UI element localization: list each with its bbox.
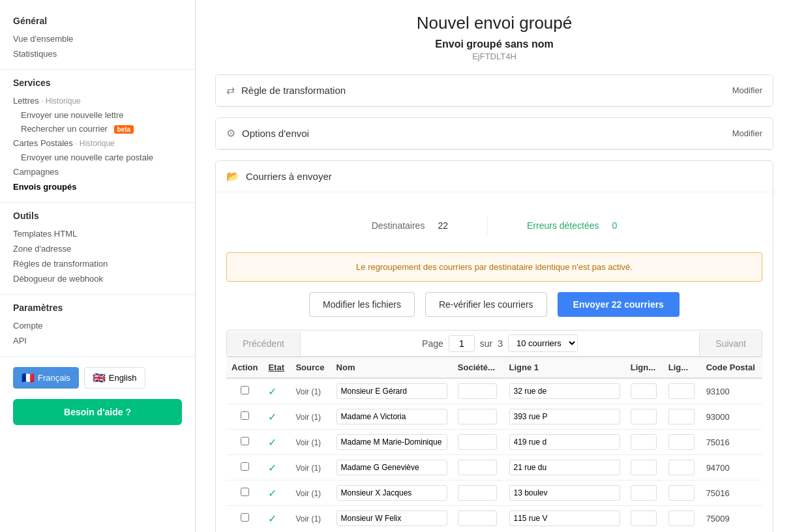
ligne3-input[interactable]: [668, 383, 695, 399]
voir-link[interactable]: Voir (1): [295, 464, 321, 473]
ligne3-input[interactable]: [668, 510, 695, 526]
row-checkbox[interactable]: [241, 462, 249, 471]
ligne2-input[interactable]: [631, 485, 657, 501]
voir-link[interactable]: Voir (1): [295, 514, 321, 524]
nom-input[interactable]: [337, 434, 447, 450]
sidebar-item-debogueur-webhook[interactable]: Débogueur de webhook: [13, 271, 182, 286]
check-icon: ✓: [268, 513, 277, 524]
row-societe: [453, 455, 504, 480]
row-source: Voir (1): [290, 430, 331, 455]
row-ligne3: [663, 430, 701, 455]
ligne2-input[interactable]: [631, 460, 657, 475]
row-nom: [331, 378, 453, 404]
ligne3-input[interactable]: [668, 409, 695, 424]
code-postal-value: 75009: [706, 514, 730, 524]
ligne1-input[interactable]: [509, 409, 620, 424]
ligne2-input[interactable]: [631, 510, 657, 526]
societe-input[interactable]: [458, 383, 497, 399]
sidebar-item-zone-adresse[interactable]: Zone d'adresse: [13, 241, 182, 256]
page-of-label: sur: [480, 338, 492, 349]
envoyer-courriers-button[interactable]: Envoyer 22 courriers: [558, 292, 680, 317]
row-checkbox[interactable]: [241, 513, 249, 522]
next-button[interactable]: Suivant: [699, 332, 762, 355]
lang-btn-francais[interactable]: 🇫🇷 Français: [13, 367, 79, 389]
nom-input[interactable]: [337, 383, 447, 399]
sidebar-subitem-envoyer-lettre[interactable]: Envoyer une nouvelle lettre: [13, 108, 182, 122]
modifier-fichiers-button[interactable]: Modifier les fichiers: [309, 292, 415, 317]
row-source: Voir (1): [290, 378, 331, 404]
sidebar-item-campagnes[interactable]: Campagnes: [13, 164, 182, 179]
sidebar-item-vue-ensemble[interactable]: Vue d'ensemble: [13, 31, 182, 46]
reverifier-courriers-button[interactable]: Re-vérifier les courriers: [425, 292, 547, 317]
ligne1-input[interactable]: [509, 434, 620, 450]
ligne2-input[interactable]: [631, 434, 657, 450]
sidebar-section-outils: Outils Templates HTML Zone d'adresse Règ…: [0, 205, 195, 295]
sidebar-subitem-envoyer-carte[interactable]: Envoyer une nouvelle carte postale: [13, 151, 182, 164]
code-postal-value: 93100: [706, 387, 730, 396]
ligne1-input[interactable]: [509, 383, 620, 399]
ligne3-input[interactable]: [668, 434, 695, 450]
voir-link[interactable]: Voir (1): [295, 387, 321, 396]
societe-input[interactable]: [458, 510, 497, 526]
row-checkbox-cell: [226, 506, 263, 531]
page-number-input[interactable]: [449, 335, 475, 352]
lang-btn-english[interactable]: 🇬🇧 English: [84, 367, 145, 389]
sidebar-section-title-general: Général: [13, 16, 182, 26]
sidebar-item-statistiques[interactable]: Statistiques: [13, 46, 182, 61]
row-ligne1: [504, 506, 625, 531]
row-ligne3: [663, 404, 701, 430]
sidebar-item-api[interactable]: API: [13, 333, 182, 348]
cartes-suffix: · Historique: [73, 139, 115, 148]
ligne3-input[interactable]: [668, 460, 695, 475]
voir-link[interactable]: Voir (1): [295, 489, 321, 498]
regle-transformation-modify[interactable]: Modifier: [732, 85, 762, 95]
mail-icon: 📂: [226, 170, 239, 183]
societe-input[interactable]: [458, 485, 497, 501]
ligne3-input[interactable]: [668, 485, 695, 501]
stat-destinataires: Destinataires 22: [372, 216, 448, 235]
ligne1-input[interactable]: [509, 460, 620, 475]
options-envoi-modify[interactable]: Modifier: [732, 128, 762, 138]
row-source: Voir (1): [290, 480, 331, 506]
ligne1-input[interactable]: [509, 485, 620, 501]
societe-input[interactable]: [458, 460, 497, 475]
societe-input[interactable]: [458, 409, 497, 424]
per-page-select[interactable]: 10 courriers 25 courriers 50 courriers: [508, 334, 578, 352]
nom-input[interactable]: [337, 460, 447, 475]
societe-input[interactable]: [458, 434, 497, 450]
check-icon: ✓: [268, 462, 277, 473]
nom-input[interactable]: [337, 485, 447, 501]
sidebar-item-compte[interactable]: Compte: [13, 318, 182, 333]
actions-row: Modifier les fichiers Re-vérifier les co…: [226, 292, 762, 317]
row-checkbox[interactable]: [241, 488, 249, 496]
row-societe: [453, 480, 504, 506]
regle-transformation-card: ⇄ Règle de transformation Modifier: [215, 74, 773, 107]
row-checkbox[interactable]: [241, 411, 249, 420]
row-checkbox[interactable]: [241, 437, 249, 445]
prev-button[interactable]: Précédent: [227, 332, 301, 355]
voir-link[interactable]: Voir (1): [295, 438, 321, 447]
table-row: ✓ Voir (1) 93100: [226, 378, 762, 404]
row-ligne1: [504, 378, 625, 404]
nom-input[interactable]: [337, 510, 447, 526]
sidebar-item-envois-groupes[interactable]: Envois groupés: [13, 179, 182, 194]
row-societe: [453, 506, 504, 531]
help-button[interactable]: Besoin d'aide ?: [13, 399, 182, 425]
settings-icon: ⚙: [226, 127, 235, 140]
row-ligne1: [504, 404, 625, 430]
row-checkbox[interactable]: [241, 386, 249, 394]
pagination-row: Précédent Page sur 3 10 courriers 25 cou…: [226, 330, 762, 357]
nom-input[interactable]: [337, 409, 447, 424]
transform-icon: ⇄: [226, 84, 235, 96]
ligne2-input[interactable]: [631, 409, 657, 424]
sidebar-subitem-rechercher-courrier[interactable]: Rechercher un courrier beta: [13, 122, 182, 136]
sidebar-item-cartes-postales[interactable]: Cartes Postales · Historique: [13, 136, 182, 151]
ligne1-input[interactable]: [509, 510, 620, 526]
main-content: Nouvel envoi groupé Envoi groupé sans no…: [196, 0, 793, 532]
sidebar-item-lettres[interactable]: Lettres · Historique: [13, 93, 182, 108]
sidebar-item-templates-html[interactable]: Templates HTML: [13, 226, 182, 241]
row-source: Voir (1): [290, 404, 331, 430]
voir-link[interactable]: Voir (1): [295, 413, 321, 422]
ligne2-input[interactable]: [631, 383, 657, 399]
sidebar-item-regles-transformation[interactable]: Règles de transformation: [13, 256, 182, 271]
